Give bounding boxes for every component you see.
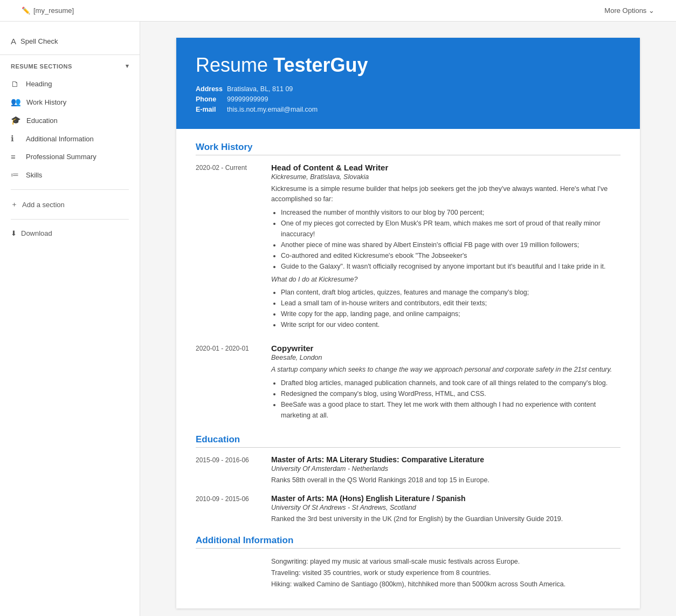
list-item: Increased the number of monthly visitors… bbox=[281, 207, 620, 218]
table-row: 2020-02 - Current Head of Content & Lead… bbox=[196, 163, 620, 333]
job-description: Kickresume is a simple resume builder th… bbox=[271, 184, 620, 204]
sidebar-item-work-history-label: Work History bbox=[26, 98, 66, 106]
download-button[interactable]: ⬇ Download bbox=[0, 225, 140, 242]
list-item: One of my pieces got corrected by Elon M… bbox=[281, 218, 620, 239]
education-icon: 🎓 bbox=[11, 115, 21, 125]
resume-card: Resume TesterGuy Address Bratislava, BL,… bbox=[176, 38, 640, 608]
edu-date: 2010-09 - 2015-06 bbox=[196, 494, 260, 524]
sidebar-divider-2 bbox=[11, 219, 129, 220]
add-section-label: Add a section bbox=[22, 201, 65, 209]
edu-desc: Ranks 58th overall in the QS World Ranki… bbox=[271, 475, 620, 485]
email-value: this.is.not.my.email@mail.com bbox=[227, 106, 318, 113]
sidebar-item-additional-info[interactable]: ℹ Additional Information bbox=[0, 129, 140, 148]
list-item: Guide to the Galaxy". It wasn't official… bbox=[281, 261, 620, 272]
resume-title: Resume TesterGuy bbox=[196, 54, 620, 77]
address-row: Address Bratislava, BL, 811 09 bbox=[196, 85, 620, 93]
resume-body: Work History 2020-02 - Current Head of C… bbox=[176, 129, 640, 608]
sidebar-item-skills-label: Skills bbox=[26, 171, 42, 179]
sidebar: A Spell Check Resume Sections ▾ 🗋 Headin… bbox=[0, 22, 140, 616]
list-item: Songwriting: played my music at various … bbox=[271, 556, 620, 567]
email-label: E-mail bbox=[196, 106, 224, 113]
work-history-section-title: Work History bbox=[196, 142, 620, 153]
job-company: Kickresume, Bratislava, Slovakia bbox=[271, 173, 620, 181]
address-value: Bratislava, BL, 811 09 bbox=[227, 85, 293, 93]
main-layout: A Spell Check Resume Sections ▾ 🗋 Headin… bbox=[0, 22, 676, 616]
sidebar-item-heading-label: Heading bbox=[26, 80, 52, 88]
edit-icon: ✏️ bbox=[22, 6, 30, 15]
add-section-icon: ＋ bbox=[11, 200, 18, 209]
spell-check-icon: A bbox=[11, 37, 16, 46]
sidebar-item-work-history[interactable]: 👥 Work History bbox=[0, 93, 140, 111]
list-item: Traveling: visited 35 countries, work or… bbox=[271, 567, 620, 579]
sidebar-item-professional-summary[interactable]: ≡ Professional Summary bbox=[0, 148, 140, 166]
list-item: Co-authored and edited Kickresume's eboo… bbox=[281, 250, 620, 261]
additional-section-title: Additional Information bbox=[196, 535, 620, 546]
edu-details: Master of Arts: MA Literary Studies: Com… bbox=[271, 455, 620, 485]
sidebar-item-education-label: Education bbox=[26, 117, 58, 125]
address-label: Address bbox=[196, 85, 224, 93]
work-history-icon: 👥 bbox=[11, 97, 21, 107]
phone-value: 99999999999 bbox=[227, 95, 268, 103]
job-bullets-1: Increased the number of monthly visitors… bbox=[271, 207, 620, 272]
add-section-button[interactable]: ＋ Add a section bbox=[0, 195, 140, 214]
sidebar-item-skills[interactable]: ≔ Skills bbox=[0, 166, 140, 184]
list-item: BeeSafe was a good place to start. They … bbox=[281, 399, 620, 421]
table-row: 2015-09 - 2016-06 Master of Arts: MA Lit… bbox=[196, 455, 620, 485]
list-item: Write copy for the app, landing page, an… bbox=[281, 309, 620, 319]
table-row: 2010-09 - 2015-06 Master of Arts: MA (Ho… bbox=[196, 494, 620, 524]
edu-school: University Of St Andrews - St Andrews, S… bbox=[271, 504, 620, 511]
sidebar-divider-1 bbox=[11, 189, 129, 190]
filename[interactable]: [my_resume] bbox=[33, 6, 74, 15]
list-item: Plan content, draft blog articles, quizz… bbox=[281, 287, 620, 298]
work-history-divider bbox=[196, 155, 620, 155]
list-item: Hiking: walked Camino de Santiago (800km… bbox=[271, 579, 620, 590]
filename-area[interactable]: ✏️ [my_resume] bbox=[22, 6, 74, 15]
top-bar: ✏️ [my_resume] More Options ⌄ bbox=[0, 0, 676, 22]
edu-degree: Master of Arts: MA Literary Studies: Com… bbox=[271, 455, 620, 464]
additional-content: Songwriting: played my music at various … bbox=[271, 556, 620, 591]
edu-desc: Ranked the 3rd best university in the UK… bbox=[271, 514, 620, 524]
additional-divider bbox=[196, 548, 620, 549]
additional-info-row: Songwriting: played my music at various … bbox=[196, 556, 620, 591]
education-section-title: Education bbox=[196, 434, 620, 445]
job-bullets-2: Plan content, draft blog articles, quizz… bbox=[271, 287, 620, 330]
phone-row: Phone 99999999999 bbox=[196, 95, 620, 103]
spell-check-button[interactable]: A Spell Check bbox=[0, 32, 140, 55]
job-company: Beesafe, London bbox=[271, 354, 620, 361]
table-row: 2020-01 - 2020-01 Copywriter Beesafe, Lo… bbox=[196, 344, 620, 423]
sidebar-item-heading[interactable]: 🗋 Heading bbox=[0, 75, 140, 93]
education-divider bbox=[196, 447, 620, 448]
download-icon: ⬇ bbox=[11, 229, 17, 237]
job-date: 2020-02 - Current bbox=[196, 163, 260, 333]
resume-title-bold: TesterGuy bbox=[273, 54, 368, 76]
collapse-icon[interactable]: ▾ bbox=[126, 63, 129, 70]
spell-check-label: Spell Check bbox=[20, 37, 58, 45]
content-area: Resume TesterGuy Address Bratislava, BL,… bbox=[140, 22, 676, 616]
heading-icon: 🗋 bbox=[11, 79, 20, 88]
sidebar-item-education[interactable]: 🎓 Education bbox=[0, 111, 140, 129]
additional-info-icon: ℹ bbox=[11, 134, 20, 143]
edu-degree: Master of Arts: MA (Hons) English Litera… bbox=[271, 494, 620, 503]
edu-school: University Of Amsterdam - Netherlands bbox=[271, 465, 620, 473]
list-item: Lead a small tam of in-house writers and… bbox=[281, 298, 620, 309]
additional-spacer bbox=[196, 556, 260, 591]
job-bullets-3: Drafted blog articles, managed publicati… bbox=[271, 378, 620, 421]
edu-details: Master of Arts: MA (Hons) English Litera… bbox=[271, 494, 620, 524]
more-options-button[interactable]: More Options ⌄ bbox=[604, 6, 654, 15]
job-details: Copywriter Beesafe, London A startup com… bbox=[271, 344, 620, 423]
email-row: E-mail this.is.not.my.email@mail.com bbox=[196, 106, 620, 113]
sidebar-item-additional-label: Additional Information bbox=[26, 135, 94, 143]
job-title: Copywriter bbox=[271, 344, 620, 353]
job-sub-heading: What do I do at Kickresume? bbox=[271, 275, 620, 285]
job-details: Head of Content & Lead Writer Kickresume… bbox=[271, 163, 620, 333]
sidebar-item-professional-summary-label: Professional Summary bbox=[26, 153, 96, 161]
sections-header: Resume Sections ▾ bbox=[0, 55, 140, 75]
list-item: Another piece of mine was shared by Albe… bbox=[281, 239, 620, 250]
job-title: Head of Content & Lead Writer bbox=[271, 163, 620, 172]
job-date: 2020-01 - 2020-01 bbox=[196, 344, 260, 423]
list-item: Write script for our video content. bbox=[281, 319, 620, 330]
download-label: Download bbox=[21, 229, 52, 237]
professional-summary-icon: ≡ bbox=[11, 152, 20, 161]
skills-icon: ≔ bbox=[11, 170, 20, 180]
resume-header: Resume TesterGuy Address Bratislava, BL,… bbox=[176, 38, 640, 129]
